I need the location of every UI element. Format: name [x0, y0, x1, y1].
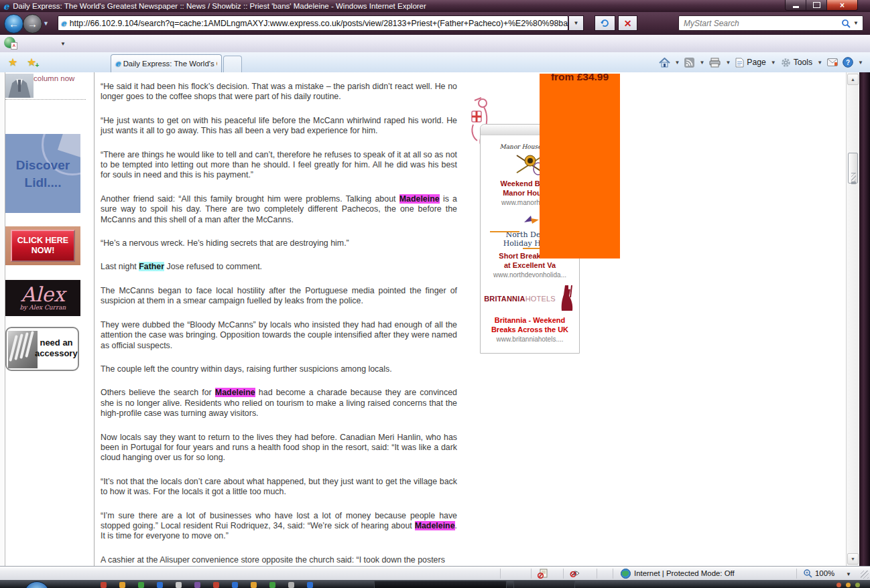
resize-grip[interactable]	[861, 571, 869, 579]
quick-launch-icon[interactable]	[138, 582, 144, 588]
page-dropdown[interactable]: ▼	[771, 60, 776, 66]
quick-launch-icon[interactable]	[269, 582, 275, 588]
scroll-up-button[interactable]: ▲	[847, 74, 859, 85]
favorites-center-icon[interactable]: ★	[8, 56, 17, 68]
sidebar-divider	[94, 72, 95, 566]
maximize-button[interactable]	[806, 0, 827, 10]
statusbar-separator	[613, 569, 613, 579]
minimize-button[interactable]	[786, 0, 806, 10]
statusbar-separator	[597, 569, 597, 579]
mail-icon	[827, 58, 838, 66]
print-button[interactable]	[709, 58, 721, 68]
search-options-dropdown[interactable]: ▼	[851, 20, 863, 26]
click-here-ad[interactable]: CLICK HERE NOW!	[5, 226, 80, 265]
accessory-ad[interactable]: need an accessory?	[5, 327, 79, 371]
zoom-dropdown[interactable]: ▼	[846, 571, 851, 577]
pdf-converter-dropdown[interactable]: ▼	[60, 41, 66, 47]
privacy-icon[interactable]	[570, 569, 580, 578]
quick-launch-icon[interactable]	[288, 582, 294, 588]
popup-blocked-icon[interactable]	[538, 569, 548, 579]
quick-launch-icon[interactable]	[194, 582, 200, 588]
alex-brand: Alex	[21, 285, 65, 304]
lidl-ad[interactable]: Discover Lidl....	[5, 134, 80, 213]
article-text: A cashier at the Alisuper convenience st…	[101, 555, 445, 565]
taskbar-button[interactable]	[513, 581, 575, 588]
tie-shape	[18, 80, 21, 92]
tray-icon[interactable]	[855, 583, 860, 587]
orange-banner-ad[interactable]: from £34.99	[540, 74, 620, 259]
page-button[interactable]: Page	[735, 58, 765, 68]
lidl-ad-line1: Discover	[5, 157, 80, 174]
britannia-ad-title2: Breaks Across the UK	[481, 325, 579, 335]
britannia-ad-url[interactable]: www.britanniahotels....	[481, 336, 579, 343]
article-text: Another friend said: “All this family br…	[101, 194, 399, 204]
quick-launch-icon[interactable]	[213, 582, 219, 588]
search-icon[interactable]	[841, 19, 851, 28]
forward-button[interactable]: →	[23, 14, 42, 33]
feeds-button[interactable]	[684, 58, 694, 68]
address-input[interactable]	[70, 19, 568, 28]
scroll-down-button[interactable]: ▼	[847, 553, 859, 565]
navigation-bar: ← → ▼ e ▼ ✕ ▼	[0, 12, 870, 35]
britannia-brand2: HOTELS	[525, 295, 556, 303]
search-box[interactable]: ▼	[678, 15, 863, 31]
scrollbar-thumb[interactable]	[848, 153, 858, 183]
quick-launch-icon[interactable]	[157, 582, 163, 588]
stop-icon: ✕	[624, 18, 632, 29]
columnist-photo[interactable]	[5, 74, 34, 98]
quick-launch-icon[interactable]	[101, 582, 107, 588]
pdf-badge-icon: A	[11, 42, 17, 50]
tray-icon[interactable]	[836, 583, 841, 587]
browser-window: e Daily Express: The World's Greatest Ne…	[0, 0, 870, 588]
tools-button[interactable]: Tools	[781, 58, 812, 68]
address-bar[interactable]: e	[58, 15, 568, 31]
home-dropdown[interactable]: ▼	[675, 60, 680, 66]
back-button[interactable]: ←	[4, 14, 23, 33]
history-dropdown[interactable]: ▼	[43, 20, 49, 27]
article-body: “He said it had been his flock’s decisio…	[101, 82, 457, 566]
stop-button[interactable]: ✕	[618, 15, 637, 31]
column-now-link[interactable]: column now	[34, 74, 74, 82]
refresh-button[interactable]	[595, 15, 615, 31]
close-button[interactable]: ×	[827, 0, 857, 10]
active-tab[interactable]: e Daily Express: The World's Greatest Ne…	[111, 54, 222, 72]
quick-launch-icon[interactable]	[232, 582, 238, 588]
tools-dropdown[interactable]: ▼	[817, 60, 822, 66]
bird-icon	[520, 213, 540, 228]
article-paragraph: They were dubbed the “Bloody McCanns” by…	[101, 320, 457, 351]
printer-icon	[709, 58, 721, 68]
address-dropdown[interactable]: ▼	[569, 15, 584, 31]
article-text: The McCanns began to face local hostilit…	[101, 286, 457, 305]
window-title: Daily Express: The World's Greatest News…	[13, 2, 426, 10]
click-here-button[interactable]: CLICK HERE NOW!	[11, 230, 75, 262]
add-favorite-icon[interactable]: ★+	[27, 56, 36, 68]
zoom-level[interactable]: 100%	[815, 569, 834, 577]
vertical-scrollbar[interactable]: ▲ ▼	[846, 72, 859, 566]
article-text: Others believe the search for	[101, 388, 215, 397]
start-button[interactable]	[24, 581, 50, 588]
tools-label: Tools	[794, 58, 812, 67]
zoom-icon[interactable]	[803, 569, 812, 578]
quick-launch-icon[interactable]	[307, 582, 313, 588]
feeds-dropdown[interactable]: ▼	[699, 60, 704, 66]
tray-icon[interactable]	[846, 583, 851, 587]
quick-launch-icon[interactable]	[119, 582, 125, 588]
north-devon-ad-url[interactable]: www.northdevonholida...	[481, 271, 579, 279]
help-dropdown[interactable]: ▼	[858, 60, 863, 66]
page-content: column now Discover Lidl.... CLICK HERE …	[0, 72, 870, 566]
help-button[interactable]: ?	[843, 57, 853, 68]
britannia-ad[interactable]: BRITANNIAHOTELS Britannia - Weekend Brea…	[481, 284, 579, 343]
pdf-converter-button[interactable]: A	[4, 37, 15, 48]
article-text: Now locals say they want to return to th…	[101, 433, 457, 463]
quick-launch-icon[interactable]	[251, 582, 257, 588]
quick-launch-icon[interactable]	[176, 582, 182, 588]
print-dropdown[interactable]: ▼	[725, 60, 731, 66]
search-input[interactable]	[679, 19, 841, 28]
email-button[interactable]	[827, 58, 838, 66]
article-text: “He said it had been his flock’s decisio…	[101, 82, 457, 101]
home-button[interactable]	[659, 58, 670, 68]
taskbar-button-active[interactable]	[374, 581, 507, 588]
alex-ad[interactable]: Alex by Alex Curran	[5, 280, 80, 316]
new-tab-stub[interactable]	[223, 56, 242, 72]
thumb-grip	[851, 173, 856, 181]
